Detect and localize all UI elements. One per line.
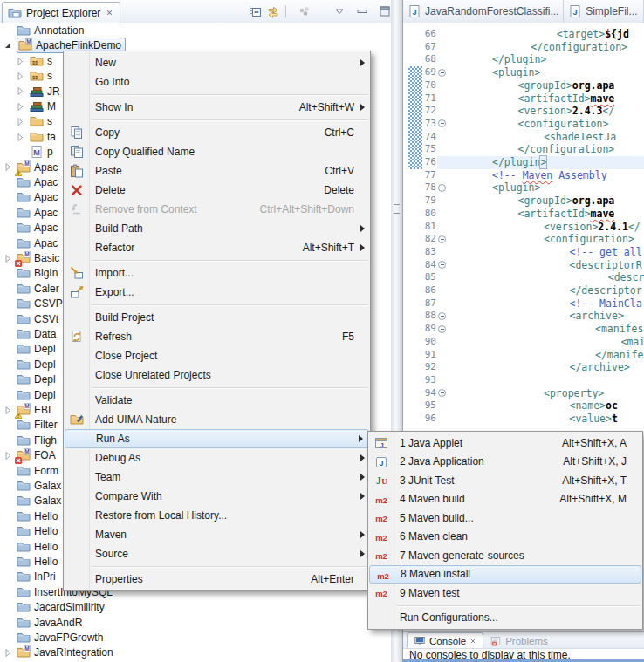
view-menu-icon[interactable] bbox=[332, 4, 346, 18]
tree-item-javarintegration[interactable]: MJavaRIntegration bbox=[0, 645, 391, 660]
code-line-75: 75</configuration> bbox=[403, 143, 644, 156]
code-line-87: 87<!-- MainCla bbox=[403, 297, 644, 311]
svg-text:U: U bbox=[381, 477, 387, 486]
menu-item-restore-from-local-history-[interactable]: Restore from Local History... bbox=[64, 506, 370, 525]
tree-item-cell: s bbox=[30, 114, 52, 129]
tree-item-annotation[interactable]: Annotation bbox=[0, 23, 391, 38]
editor-tab-simplefil-[interactable]: JSimpleFil... bbox=[564, 0, 644, 23]
menu-item-export-[interactable]: Export... bbox=[64, 283, 370, 302]
minimize-icon[interactable] bbox=[355, 4, 369, 18]
menu-item-label: Maven bbox=[95, 529, 127, 541]
menu-item-team[interactable]: Team bbox=[64, 467, 370, 487]
menu-item-import-[interactable]: Import... bbox=[64, 263, 370, 283]
menu-item-compare-with[interactable]: Compare With bbox=[64, 487, 370, 506]
run-as-item-4-maven-build[interactable]: m24 Maven buildAlt+Shift+X, M bbox=[368, 490, 642, 509]
menu-item-paste[interactable]: PasteCtrl+V bbox=[64, 161, 370, 181]
run-as-item-run-configurations-[interactable]: Run Configurations... bbox=[368, 609, 642, 628]
maximize-icon[interactable] bbox=[378, 4, 392, 18]
fold-collapse-icon[interactable] bbox=[438, 184, 446, 192]
fold-collapse-icon[interactable] bbox=[438, 69, 446, 77]
menu-item-debug-as[interactable]: Debug As bbox=[64, 448, 370, 467]
collapsed-arrow-icon[interactable] bbox=[3, 647, 13, 658]
folder_closed-icon bbox=[17, 236, 31, 250]
line-number: 90 bbox=[415, 336, 436, 349]
sash-grip-icon[interactable] bbox=[394, 204, 400, 214]
run-as-item-9-maven-test[interactable]: m29 Maven test bbox=[368, 584, 642, 603]
collapsed-arrow-icon[interactable] bbox=[15, 116, 25, 126]
junit-icon: JU bbox=[374, 474, 388, 488]
run-as-item-3-junit-test[interactable]: JU3 JUnit TestAlt+Shift+X, T bbox=[368, 471, 642, 490]
focus-icon[interactable] bbox=[298, 4, 312, 18]
tree-item-cell: Apac bbox=[17, 190, 58, 205]
tree-item-javaandr[interactable]: JavaAndR bbox=[0, 615, 391, 630]
menu-item-refactor[interactable]: RefactorAlt+Shift+T bbox=[64, 238, 370, 257]
tree-item-cell: s bbox=[30, 69, 52, 84]
menu-item-properties[interactable]: PropertiesAlt+Enter bbox=[64, 570, 370, 589]
menu-item-maven[interactable]: Maven bbox=[64, 525, 370, 544]
collapsed-arrow-icon[interactable] bbox=[15, 85, 25, 96]
tree-item-label: JavaAndR bbox=[34, 617, 82, 629]
menu-item-close-unrelated-projects[interactable]: Close Unrelated Projects bbox=[64, 365, 370, 385]
code-text: <mai bbox=[621, 336, 644, 349]
menu-item-show-in[interactable]: Show InAlt+Shift+W bbox=[64, 98, 370, 117]
menu-item-go-into[interactable]: Go Into bbox=[64, 72, 370, 92]
menu-item-close-project[interactable]: Close Project bbox=[64, 346, 370, 365]
menu-item-remove-from-context[interactable]: Remove from ContextCtrl+Alt+Shift+Down bbox=[64, 200, 370, 219]
run-as-item-7-maven-generate-sources[interactable]: m27 Maven generate-sources bbox=[368, 546, 642, 565]
menu-item-build-path[interactable]: Build Path bbox=[64, 219, 370, 238]
fold-collapse-icon[interactable] bbox=[438, 235, 446, 243]
collapsed-arrow-icon[interactable] bbox=[15, 71, 25, 81]
editor-tab-javarandomforestclassifi-[interactable]: JJavaRandomForestClassifi... bbox=[403, 0, 564, 23]
close-icon[interactable] bbox=[469, 637, 477, 645]
svg-text:M: M bbox=[24, 251, 29, 257]
run-as-item-5-maven-build-[interactable]: m25 Maven build... bbox=[368, 508, 642, 528]
menu-item-validate[interactable]: Validate bbox=[64, 391, 370, 410]
tree-item-label: Data bbox=[34, 328, 56, 340]
tree-item-label: Hello bbox=[34, 525, 58, 537]
collapse-all-icon[interactable] bbox=[248, 4, 262, 18]
menu-item-add-uima-nature[interactable]: Add UIMA Nature bbox=[64, 410, 370, 429]
collapsed-arrow-icon[interactable] bbox=[15, 56, 25, 66]
console-tab-problems[interactable]: Problems bbox=[483, 633, 553, 648]
fold-collapse-icon[interactable] bbox=[438, 325, 446, 333]
m2-icon: m2 bbox=[374, 549, 388, 563]
collapsed-arrow-icon[interactable] bbox=[3, 253, 13, 263]
mvn_proj-icon: M bbox=[17, 403, 31, 417]
fold-collapse-icon[interactable] bbox=[438, 119, 446, 127]
menu-item-source[interactable]: Source bbox=[64, 544, 370, 563]
tree-item-jacardsimilirity[interactable]: JacardSimilirity bbox=[0, 600, 391, 615]
menu-separator bbox=[64, 563, 370, 570]
fold-collapse-icon[interactable] bbox=[438, 312, 446, 320]
tree-item-javafpgrowth[interactable]: JavaFPGrowth bbox=[0, 630, 391, 645]
fold-collapse-icon[interactable] bbox=[438, 261, 446, 269]
code-text: <version>2.4.3</ bbox=[518, 105, 615, 118]
mvn_proj-icon: M bbox=[17, 160, 31, 174]
collapsed-arrow-icon[interactable] bbox=[3, 450, 13, 461]
collapsed-arrow-icon[interactable] bbox=[15, 132, 25, 142]
collapsed-arrow-icon[interactable] bbox=[15, 101, 25, 112]
line-number: 96 bbox=[415, 413, 436, 426]
run-as-item-8-maven-install[interactable]: m28 Maven install bbox=[369, 565, 641, 584]
code-text: <!-- Maven Assembly bbox=[492, 169, 607, 182]
collapsed-arrow-icon[interactable] bbox=[3, 161, 13, 172]
menu-item-run-as[interactable]: Run As bbox=[65, 429, 369, 448]
menu-item-copy[interactable]: CopyCtrl+C bbox=[64, 123, 370, 142]
menu-item-refresh[interactable]: RefreshF5 bbox=[64, 327, 370, 346]
expanded-arrow-icon[interactable] bbox=[3, 40, 13, 51]
fold-collapse-icon[interactable] bbox=[438, 389, 446, 397]
menu-item-new[interactable]: New bbox=[64, 53, 370, 72]
tree-item-cell: Hello bbox=[17, 539, 58, 554]
link-with-editor-icon[interactable] bbox=[266, 4, 280, 18]
line-number: 91 bbox=[415, 349, 436, 362]
menu-item-delete[interactable]: DeleteDelete bbox=[64, 181, 370, 200]
run-as-item-6-maven-clean[interactable]: m26 Maven clean bbox=[368, 528, 642, 547]
run-as-item-1-java-applet[interactable]: J1 Java AppletAlt+Shift+X, A bbox=[368, 433, 642, 453]
menu-item-build-project[interactable]: Build Project bbox=[64, 308, 370, 327]
menu-item-copy-qualified-name[interactable]: Copy Qualified Name bbox=[64, 142, 370, 161]
run-as-item-2-java-application[interactable]: J2 Java ApplicationAlt+Shift+X, J bbox=[368, 453, 642, 472]
collapsed-arrow-icon[interactable] bbox=[3, 405, 13, 415]
console-tab-console[interactable]: Console bbox=[407, 632, 483, 648]
code-line-88: 88<archive> bbox=[403, 310, 644, 323]
tree-item-label: Apac bbox=[34, 176, 58, 188]
tree-item-cell: Form bbox=[17, 463, 58, 478]
